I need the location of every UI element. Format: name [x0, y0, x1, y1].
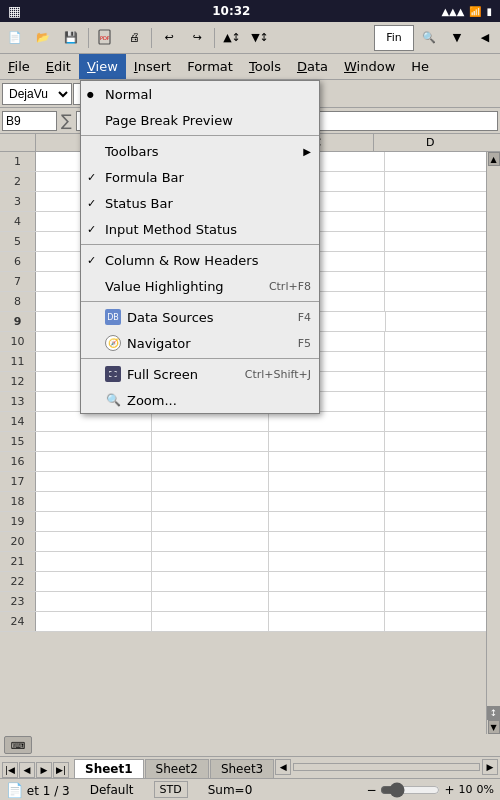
- cell-d7[interactable]: [385, 272, 500, 291]
- sheet-nav-next[interactable]: ▶: [36, 762, 52, 778]
- new-button[interactable]: 📄: [2, 25, 28, 51]
- dd-item-formulabar[interactable]: Formula Bar: [81, 164, 319, 190]
- cell-c15[interactable]: [269, 432, 385, 451]
- cell-c24[interactable]: [269, 612, 385, 631]
- cell-a24[interactable]: [36, 612, 152, 631]
- scroll-to-end-button[interactable]: ↕: [487, 706, 501, 720]
- col-header-d[interactable]: D: [374, 134, 486, 151]
- cell-d23[interactable]: [385, 592, 500, 611]
- open-button[interactable]: 📂: [30, 25, 56, 51]
- cell-d4[interactable]: [385, 212, 500, 231]
- cell-d14[interactable]: [385, 412, 500, 431]
- cell-a20[interactable]: [36, 532, 152, 551]
- cell-a21[interactable]: [36, 552, 152, 571]
- name-box-input[interactable]: [2, 111, 57, 131]
- cell-a15[interactable]: [36, 432, 152, 451]
- cell-d16[interactable]: [385, 452, 500, 471]
- sort-asc-button[interactable]: ▲↕: [219, 25, 245, 51]
- vertical-scrollbar[interactable]: ▲ ↕ ▼: [486, 152, 500, 734]
- cell-d24[interactable]: [385, 612, 500, 631]
- cell-d13[interactable]: [385, 392, 500, 411]
- dd-item-datasources[interactable]: DB Data Sources F4: [81, 304, 319, 330]
- cell-d10[interactable]: [385, 332, 500, 351]
- cell-c17[interactable]: [269, 472, 385, 491]
- cell-a18[interactable]: [36, 492, 152, 511]
- menu-edit[interactable]: Edit: [38, 54, 79, 79]
- menu-window[interactable]: Window: [336, 54, 403, 79]
- sheet-tab-sheet2[interactable]: Sheet2: [145, 759, 209, 778]
- find-bar[interactable]: Fin: [374, 25, 414, 51]
- save-button[interactable]: 💾: [58, 25, 84, 51]
- menu-view[interactable]: View: [79, 54, 126, 79]
- dd-item-colrow[interactable]: Column & Row Headers: [81, 247, 319, 273]
- collapse-button[interactable]: ◀: [472, 25, 498, 51]
- cell-d21[interactable]: [385, 552, 500, 571]
- cell-d19[interactable]: [385, 512, 500, 531]
- sheet-nav-first[interactable]: |◀: [2, 762, 18, 778]
- dd-item-navigator[interactable]: 🧭 Navigator F5: [81, 330, 319, 356]
- cell-b18[interactable]: [152, 492, 268, 511]
- cell-b23[interactable]: [152, 592, 268, 611]
- scroll-down-button[interactable]: ▼: [488, 720, 500, 734]
- print-button[interactable]: 🖨: [121, 25, 147, 51]
- cell-d18[interactable]: [385, 492, 500, 511]
- dd-item-inputmethod[interactable]: Input Method Status: [81, 216, 319, 242]
- dd-item-pagebreak[interactable]: Page Break Preview: [81, 107, 319, 133]
- pdf-button[interactable]: PDF: [93, 25, 119, 51]
- cell-d2[interactable]: [385, 172, 500, 191]
- cell-c23[interactable]: [269, 592, 385, 611]
- dd-item-valuehigh[interactable]: Value Highlighting Ctrl+F8: [81, 273, 319, 299]
- font-name-select[interactable]: DejaVu: [2, 83, 72, 105]
- undo-button[interactable]: ↩: [156, 25, 182, 51]
- cell-b24[interactable]: [152, 612, 268, 631]
- cell-d8[interactable]: [385, 292, 500, 311]
- menu-insert[interactable]: Insert: [126, 54, 179, 79]
- dd-item-fullscreen[interactable]: ⛶ Full Screen Ctrl+Shift+J: [81, 361, 319, 387]
- cell-b17[interactable]: [152, 472, 268, 491]
- sheet-nav-prev[interactable]: ◀: [19, 762, 35, 778]
- menu-tools[interactable]: Tools: [241, 54, 289, 79]
- cell-d3[interactable]: [385, 192, 500, 211]
- cell-b21[interactable]: [152, 552, 268, 571]
- dd-item-toolbars[interactable]: Toolbars ▶: [81, 138, 319, 164]
- sheet-nav-last[interactable]: ▶|: [53, 762, 69, 778]
- zoom-in-btn[interactable]: +: [444, 783, 454, 797]
- cell-d17[interactable]: [385, 472, 500, 491]
- cell-b20[interactable]: [152, 532, 268, 551]
- hscroll-track[interactable]: [293, 763, 480, 771]
- cell-d15[interactable]: [385, 432, 500, 451]
- more-button[interactable]: ▼: [444, 25, 470, 51]
- cell-b14[interactable]: [152, 412, 268, 431]
- cell-b19[interactable]: [152, 512, 268, 531]
- menu-data[interactable]: Data: [289, 54, 336, 79]
- cell-d6[interactable]: [385, 252, 500, 271]
- zoom-out-btn[interactable]: −: [366, 783, 376, 797]
- keyboard-toggle-button[interactable]: ⌨: [4, 736, 32, 754]
- cell-c20[interactable]: [269, 532, 385, 551]
- cell-d9[interactable]: [386, 312, 501, 331]
- scroll-up-button[interactable]: ▲: [488, 152, 500, 166]
- cell-a16[interactable]: [36, 452, 152, 471]
- sheet-tab-sheet1[interactable]: Sheet1: [74, 759, 144, 778]
- dd-item-normal[interactable]: Normal: [81, 81, 319, 107]
- dd-item-zoom[interactable]: 🔍 Zoom...: [81, 387, 319, 413]
- menu-file[interactable]: File: [0, 54, 38, 79]
- cell-a14[interactable]: [36, 412, 152, 431]
- menu-help[interactable]: He: [403, 54, 437, 79]
- hscroll-left[interactable]: ◀: [275, 759, 291, 775]
- cell-a23[interactable]: [36, 592, 152, 611]
- cell-d1[interactable]: [385, 152, 500, 171]
- cell-d5[interactable]: [385, 232, 500, 251]
- cell-b15[interactable]: [152, 432, 268, 451]
- cell-b22[interactable]: [152, 572, 268, 591]
- menu-format[interactable]: Format: [179, 54, 241, 79]
- cell-a22[interactable]: [36, 572, 152, 591]
- cell-c14[interactable]: [269, 412, 385, 431]
- cell-d11[interactable]: [385, 352, 500, 371]
- dd-item-statusbar[interactable]: Status Bar: [81, 190, 319, 216]
- cell-c16[interactable]: [269, 452, 385, 471]
- cell-a19[interactable]: [36, 512, 152, 531]
- cell-c22[interactable]: [269, 572, 385, 591]
- cell-d22[interactable]: [385, 572, 500, 591]
- cell-d12[interactable]: [385, 372, 500, 391]
